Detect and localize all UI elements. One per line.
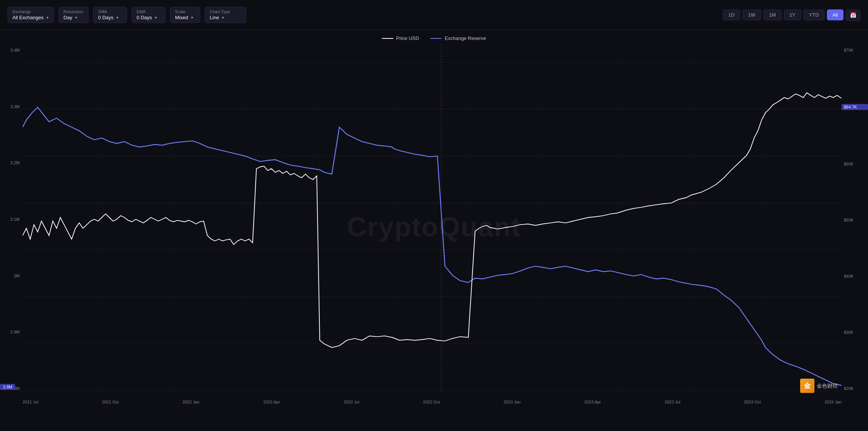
ema-label: EMA (136, 9, 161, 14)
toolbar: Exchange All Exchanges ▼ Resolution Day … (0, 0, 868, 30)
legend-reserve-label: Exchange Reserve (445, 35, 486, 41)
resolution-dropdown[interactable]: Resolution Day ▼ (58, 7, 89, 23)
x-label-2022jul: 2022 Jul (344, 400, 359, 404)
legend-reserve: Exchange Reserve (430, 35, 486, 41)
logo-icon: 金 (800, 379, 814, 393)
calendar-button[interactable]: 📅 (846, 9, 860, 21)
price-line-indicator (382, 38, 393, 39)
y-left-3_1m: 3.1M (0, 217, 23, 222)
y-right-40k: $40K (842, 274, 868, 278)
legend-price: Price USD (382, 35, 419, 41)
sma-arrow-icon: ▼ (116, 16, 119, 20)
x-label-2022apr: 2022 Apr (263, 400, 280, 404)
y-right-50k: $50K (842, 218, 868, 222)
charttype-dropdown[interactable]: Chart Type Line ▼ (205, 7, 246, 23)
charttype-arrow-icon: ▼ (221, 16, 225, 20)
x-axis: 2021 Jul 2021 Oct 2022 Jan 2022 Apr 2022… (23, 394, 842, 410)
left-value-badge: 2.8M (0, 384, 15, 390)
ema-arrow-icon: ▼ (154, 16, 158, 20)
scale-dropdown[interactable]: Scale Mixed ▼ (170, 7, 200, 23)
sma-value: 0 Days ▼ (98, 15, 122, 20)
timeframe-1y[interactable]: 1Y (784, 9, 801, 20)
exchange-dropdown[interactable]: Exchange All Exchanges ▼ (8, 7, 54, 23)
sma-label: SMA (98, 9, 122, 14)
resolution-label: Resolution (63, 9, 84, 14)
chart-legend: Price USD Exchange Reserve (0, 30, 868, 44)
y-right-70k: $70K (842, 48, 868, 52)
charttype-value: Line ▼ (210, 15, 241, 20)
y-left-3m: 3M (0, 274, 23, 278)
toolbar-right: 1D 1W 1M 1Y YTD All 📅 (722, 9, 860, 21)
x-label-2023jul: 2023 Jul (665, 400, 681, 404)
x-label-2022oct: 2022 Oct (423, 400, 440, 404)
ema-value: 0 Days ▼ (136, 15, 161, 20)
x-label-2022jan: 2022 Jan (182, 400, 199, 404)
toolbar-left: Exchange All Exchanges ▼ Resolution Day … (8, 7, 246, 23)
scale-label: Scale (175, 9, 195, 14)
resolution-arrow-icon: ▼ (74, 16, 78, 20)
charttype-label: Chart Type (210, 9, 241, 14)
timeframe-ytd[interactable]: YTD (804, 9, 825, 20)
chart-container: CryptoQuant 3.4M 3.3M 3.2M 3.1M 3M 2.9M … (0, 44, 868, 410)
y-axis-right: $70K $64.7K $60K $50K $40K $30K $20K (842, 44, 868, 394)
price-usd-line (23, 93, 842, 347)
x-label-2021oct: 2021 Oct (102, 400, 119, 404)
exchange-value: All Exchanges ▼ (12, 15, 49, 20)
y-axis-left: 3.4M 3.3M 3.2M 3.1M 3M 2.9M 2.8M (0, 44, 23, 394)
reserve-line-indicator (430, 38, 442, 39)
y-left-2_9m: 2.9M (0, 330, 23, 334)
sma-dropdown[interactable]: SMA 0 Days ▼ (93, 7, 127, 23)
timeframe-1m[interactable]: 1M (764, 9, 782, 20)
y-left-3_2m: 3.2M (0, 160, 23, 165)
resolution-value: Day ▼ (63, 15, 84, 20)
x-label-2024jan: 2024 Jan (825, 400, 842, 404)
logo-text: 金色财经 (817, 382, 838, 389)
exchange-arrow-icon: ▼ (46, 16, 49, 20)
x-label-2023jan: 2023 Jan (503, 400, 520, 404)
logo-badge: 金 金色财经 (800, 379, 838, 393)
timeframe-all[interactable]: All (827, 9, 843, 20)
y-right-64_7k: $64.7K (842, 104, 868, 110)
x-label-2023apr: 2023 Apr (584, 400, 601, 404)
y-left-3_4m: 3.4M (0, 48, 23, 52)
ema-dropdown[interactable]: EMA 0 Days ▼ (132, 7, 166, 23)
y-right-30k: $30K (842, 330, 868, 335)
exchange-label: Exchange (12, 9, 49, 14)
y-right-20k: $20K (842, 386, 868, 391)
chart-svg (23, 44, 842, 394)
x-label-2021jul: 2021 Jul (23, 400, 38, 404)
scale-value: Mixed ▼ (175, 15, 195, 20)
legend-price-label: Price USD (396, 35, 419, 41)
y-left-3_3m: 3.3M (0, 104, 23, 109)
scale-arrow-icon: ▼ (190, 16, 194, 20)
timeframe-1d[interactable]: 1D (722, 9, 740, 20)
timeframe-1w[interactable]: 1W (742, 9, 761, 20)
y-right-60k: $60K (842, 162, 868, 166)
x-label-2023oct: 2023 Oct (744, 400, 761, 404)
